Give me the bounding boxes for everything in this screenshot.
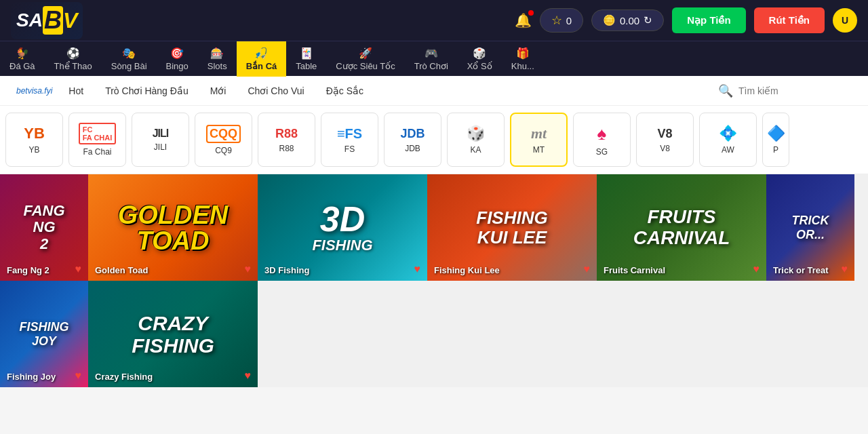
navbar: 🐓 Đá Gà ⚽ Thể Thao 🎭 Sòng Bài 🎯 Bingo 🎰 … [0, 41, 868, 76]
mt-logo: mt [531, 125, 547, 142]
nav-item-cuoc-sieu-toc[interactable]: 🚀 Cược Siêu Tốc [326, 41, 404, 77]
provider-cq9[interactable]: CQQ CQ9 [195, 113, 252, 167]
bell-button[interactable]: 🔔 [515, 12, 532, 28]
provider-p[interactable]: 🔷 P [762, 113, 789, 167]
coin-icon: 🪙 [603, 14, 616, 26]
game-trick-heart[interactable]: ♥ [842, 263, 848, 275]
provider-mt[interactable]: mt MT [510, 113, 568, 167]
ban-ca-icon: 🎣 [254, 47, 268, 60]
bingo-icon: 🎯 [170, 47, 184, 60]
provider-r88[interactable]: R88 R88 [258, 113, 315, 167]
tro-choi-icon: 🎮 [425, 47, 438, 60]
nav-table-label: Table [296, 61, 317, 71]
game-card-3d-fishing[interactable]: 3D FISHING 3D Fishing ♥ [258, 174, 427, 281]
provider-r88-label: R88 [279, 144, 294, 153]
nav-item-xo-so[interactable]: 🎲 Xổ Số [458, 41, 502, 77]
game-crazy-fishing-heart[interactable]: ♥ [245, 370, 252, 382]
song-bai-icon: 🎭 [122, 47, 136, 60]
subtitle-item-moi[interactable]: Mới [199, 76, 237, 106]
game-golden-toad-label: Golden Toad [95, 265, 148, 275]
search-icon: 🔍 [718, 83, 733, 98]
game-golden-toad-heart[interactable]: ♥ [245, 263, 252, 275]
star-count: 0 [566, 15, 572, 26]
avatar[interactable]: U [833, 8, 857, 33]
provider-jili[interactable]: JILI JILI [132, 113, 189, 167]
domain-label: betvisa.fyi [11, 86, 58, 96]
game-fishing-kui-heart[interactable]: ♥ [584, 263, 591, 275]
nav-da-ga-label: Đá Gà [9, 61, 35, 71]
game-card-fishing-kui[interactable]: FISHINGKUI LEE Fishing Kui Lee ♥ [427, 174, 597, 281]
provider-fs-label: FS [344, 144, 355, 154]
game-crazy-fishing-label: Crazy Fishing [95, 372, 153, 382]
nav-item-ban-ca[interactable]: 🎣 Bắn Cá [237, 41, 287, 77]
provider-aw[interactable]: 💠 AW [699, 113, 757, 167]
game-card-fruits-carnival[interactable]: FRUITSCARNIVAL Fruits Carnival ♥ [597, 174, 766, 281]
provider-yb-label: YB [28, 145, 39, 155]
game-card-golden-toad[interactable]: GOLDEN TOAD Golden Toad ♥ [88, 174, 258, 281]
game-fruits-carnival-label: Fruits Carnival [604, 265, 665, 275]
nav-item-khu[interactable]: 🎁 Khu... [502, 41, 544, 77]
subtitle-item-dac-sac[interactable]: Đặc Sắc [315, 76, 374, 106]
nav-cuoc-sieu-toc-label: Cược Siêu Tốc [336, 61, 395, 71]
provider-mt-label: MT [533, 145, 545, 155]
provider-yb[interactable]: YB YB [5, 113, 63, 167]
nav-slots-label: Slots [208, 61, 227, 71]
khu-icon: 🎁 [516, 47, 530, 60]
provider-p-label: P [773, 145, 778, 155]
subtitle-item-choi-cho-vui[interactable]: Chơi Cho Vui [237, 76, 315, 106]
sg-logo: ♠ [597, 123, 607, 144]
provider-fa-chai[interactable]: FCFA CHAI Fa Chai [68, 113, 126, 167]
game-fishing-joy-heart[interactable]: ♥ [75, 370, 82, 382]
aw-logo: 💠 [719, 125, 737, 142]
rut-tien-button[interactable]: Rút Tiền [754, 7, 825, 33]
p-logo: 🔷 [767, 125, 785, 142]
nav-song-bai-label: Sòng Bài [111, 61, 147, 71]
provider-fa-chai-label: Fa Chai [83, 147, 111, 157]
refresh-icon[interactable]: ↻ [644, 14, 652, 26]
nav-item-bingo[interactable]: 🎯 Bingo [157, 41, 198, 77]
subtitle-item-hot[interactable]: Hot [58, 76, 94, 106]
logo[interactable]: SA B V [11, 2, 83, 39]
the-thao-icon: ⚽ [66, 47, 80, 60]
provider-cq9-label: CQ9 [215, 146, 232, 155]
provider-v8[interactable]: V8 V8 [636, 113, 694, 167]
game-card-fishing-joy[interactable]: FISHINGJOY Fishing Joy ♥ [0, 281, 88, 387]
provider-sg[interactable]: ♠ SG [573, 113, 631, 167]
nav-xo-so-label: Xổ Số [467, 61, 492, 71]
game-card-fang[interactable]: FANGNG2 Fang Ng 2 ♥ [0, 174, 88, 281]
nav-item-tro-choi[interactable]: 🎮 Trò Chơi [405, 41, 458, 77]
game-fruits-carnival-heart[interactable]: ♥ [753, 263, 760, 275]
game-3d-fishing-heart[interactable]: ♥ [414, 263, 421, 275]
game-card-trick[interactable]: TRICKOR... Trick or Treat ♥ [766, 174, 854, 281]
game-trick-label: Trick or Treat [773, 265, 829, 275]
game-fang-heart[interactable]: ♥ [75, 263, 82, 275]
provider-ka-label: KA [470, 145, 481, 155]
nav-item-the-thao[interactable]: ⚽ Thể Thao [45, 41, 102, 77]
nap-tien-button[interactable]: Nạp Tiền [672, 7, 745, 33]
game-grid: FANGNG2 Fang Ng 2 ♥ GOLDEN TOAD Golden T… [0, 174, 868, 387]
game-card-crazy-fishing[interactable]: CRAZYFISHING Crazy Fishing ♥ [88, 281, 258, 387]
game-fang-label: Fang Ng 2 [7, 265, 50, 275]
game-fishing-kui-label: Fishing Kui Lee [434, 265, 500, 275]
balance-value: 0.00 [620, 15, 639, 26]
logo-sa-text: SA [16, 9, 43, 31]
nav-item-slots[interactable]: 🎰 Slots [198, 41, 237, 77]
slots-icon: 🎰 [210, 47, 224, 60]
nav-khu-label: Khu... [511, 61, 534, 71]
nav-item-da-ga[interactable]: 🐓 Đá Gà [0, 41, 45, 77]
provider-ka[interactable]: 🎲 KA [447, 113, 505, 167]
jdb-logo: JDB [400, 127, 425, 141]
nav-ban-ca-label: Bắn Cá [246, 61, 277, 71]
provider-sg-label: SG [596, 147, 608, 157]
nav-item-table[interactable]: 🃏 Table [286, 41, 326, 77]
subtitle-item-tro-choi-hang-dau[interactable]: Trò Chơi Hàng Đầu [94, 76, 199, 106]
cq9-logo: CQQ [206, 125, 241, 143]
provider-fs[interactable]: ≡FS FS [321, 113, 378, 167]
fachai-logo: FCFA CHAI [79, 123, 117, 144]
provider-jdb[interactable]: JDB JDB [384, 113, 441, 167]
ka-logo: 🎲 [467, 125, 485, 142]
search-input[interactable] [738, 85, 857, 96]
provider-jdb-label: JDB [405, 144, 420, 153]
nav-item-song-bai[interactable]: 🎭 Sòng Bài [102, 41, 157, 77]
subtitle-bar: betvisa.fyi Hot Trò Chơi Hàng Đầu Mới Ch… [0, 76, 868, 106]
